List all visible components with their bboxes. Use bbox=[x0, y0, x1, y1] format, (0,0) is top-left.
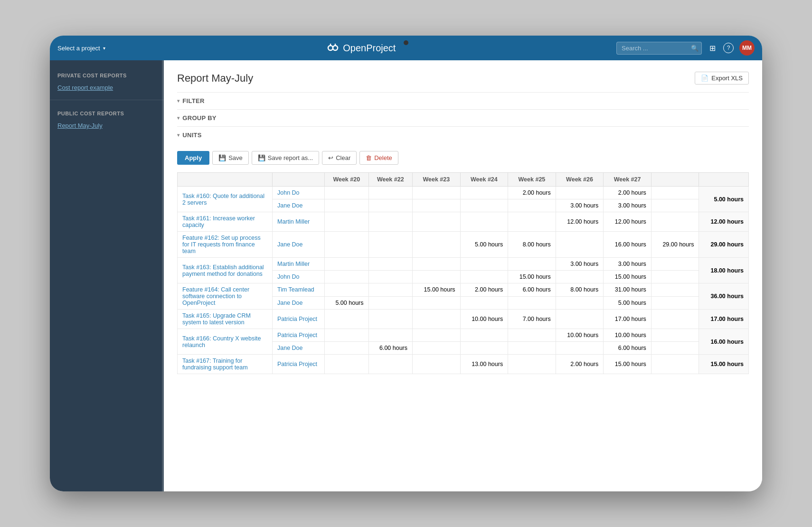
project-selector[interactable]: Select a project ▾ bbox=[57, 45, 105, 52]
task-166[interactable]: Task #166: Country X website relaunch bbox=[178, 329, 273, 355]
grid-icon[interactable]: ⊞ bbox=[708, 42, 718, 55]
table-row: Task #167: Training for fundraising supp… bbox=[178, 355, 749, 374]
export-xls-button[interactable]: 📄 Export XLS bbox=[695, 72, 749, 85]
person-patricia-project-3[interactable]: Patricia Project bbox=[273, 355, 325, 374]
page-title: Report May-July bbox=[177, 72, 253, 85]
user-avatar[interactable]: MM bbox=[739, 40, 755, 56]
person-jane-doe-1[interactable]: Jane Doe bbox=[273, 199, 325, 212]
report-table: Week #20 Week #22 Week #23 Week #24 Week… bbox=[177, 172, 749, 374]
person-tim-teamlead[interactable]: Tim Teamlead bbox=[273, 283, 325, 297]
delete-icon: 🗑 bbox=[366, 154, 372, 161]
export-label: Export XLS bbox=[711, 75, 743, 82]
col-w27: Week #27 bbox=[604, 173, 651, 187]
task-160[interactable]: Task #160: Quote for additional 2 server… bbox=[178, 187, 273, 212]
sidebar-divider bbox=[50, 100, 164, 100]
table-row: Task #160: Quote for additional 2 server… bbox=[178, 187, 749, 199]
logo-area: OpenProject bbox=[113, 41, 609, 55]
device-frame: Select a project ▾ OpenProject 🔍 ⊞ ? M bbox=[50, 36, 762, 491]
search-input[interactable] bbox=[622, 45, 688, 52]
content-area: Report May-July 📄 Export XLS ▾ FILTER ▾ … bbox=[164, 60, 762, 491]
group-by-label: GROUP BY bbox=[182, 114, 217, 122]
svg-point-0 bbox=[328, 46, 333, 50]
table-row: Task #163: Establish additional payment … bbox=[178, 258, 749, 271]
delete-label: Delete bbox=[374, 154, 392, 161]
save-label: Save bbox=[228, 154, 243, 161]
person-jane-doe-2[interactable]: Jane Doe bbox=[273, 232, 325, 258]
delete-button[interactable]: 🗑 Delete bbox=[359, 151, 398, 165]
col-w23: Week #23 bbox=[413, 173, 461, 187]
person-john-do-2[interactable]: John Do bbox=[273, 271, 325, 283]
save-button[interactable]: 💾 Save bbox=[212, 151, 249, 165]
col-task bbox=[178, 173, 273, 187]
person-martin-miller-2[interactable]: Martin Miller bbox=[273, 258, 325, 271]
person-jane-doe-3[interactable]: Jane Doe bbox=[273, 296, 325, 310]
sidebar: PRIVATE COST REPORTS Cost report example… bbox=[50, 60, 164, 491]
clear-button[interactable]: ↩ Clear bbox=[322, 151, 357, 165]
col-subtotal bbox=[651, 173, 699, 187]
camera-dot bbox=[404, 40, 408, 45]
save-report-as-label: Save report as... bbox=[268, 154, 313, 161]
public-section-title: PUBLIC COST REPORTS bbox=[50, 106, 164, 119]
units-header[interactable]: ▾ UNITS bbox=[177, 132, 749, 139]
apply-button[interactable]: Apply bbox=[177, 151, 209, 165]
logo-icon bbox=[326, 41, 339, 55]
task-163[interactable]: Task #163: Establish additional payment … bbox=[178, 258, 273, 283]
col-w20: Week #20 bbox=[325, 173, 369, 187]
topbar: Select a project ▾ OpenProject 🔍 ⊞ ? M bbox=[50, 36, 762, 60]
task-162[interactable]: Feature #162: Set up process for IT requ… bbox=[178, 232, 273, 258]
person-patricia-project-2[interactable]: Patricia Project bbox=[273, 329, 325, 342]
table-row: Feature #164: Call center software conne… bbox=[178, 283, 749, 297]
project-selector-label: Select a project bbox=[57, 45, 100, 52]
app-name: OpenProject bbox=[343, 43, 396, 54]
app-logo: OpenProject bbox=[326, 41, 396, 55]
search-box[interactable]: 🔍 bbox=[616, 42, 702, 55]
table-row: Task #165: Upgrade CRM system to latest … bbox=[178, 310, 749, 329]
task-167[interactable]: Task #167: Training for fundraising supp… bbox=[178, 355, 273, 374]
col-w25: Week #25 bbox=[508, 173, 556, 187]
col-person bbox=[273, 173, 325, 187]
save-icon: 💾 bbox=[218, 154, 226, 161]
task-161[interactable]: Task #161: Increase worker capacity bbox=[178, 212, 273, 232]
filter-header[interactable]: ▾ FILTER bbox=[177, 97, 749, 104]
filter-label: FILTER bbox=[182, 97, 204, 104]
units-label: UNITS bbox=[182, 132, 202, 139]
clear-label: Clear bbox=[336, 154, 350, 161]
svg-point-1 bbox=[333, 46, 338, 50]
group-by-arrow-icon: ▾ bbox=[177, 115, 179, 121]
units-section: ▾ UNITS bbox=[177, 126, 749, 143]
filter-section: ▾ FILTER bbox=[177, 92, 749, 109]
page-header: Report May-July 📄 Export XLS bbox=[177, 72, 749, 85]
save-as-icon: 💾 bbox=[258, 154, 265, 161]
toolbar: Apply 💾 Save 💾 Save report as... ↩ Clear… bbox=[177, 151, 749, 165]
col-total bbox=[699, 173, 749, 187]
task-164[interactable]: Feature #164: Call center software conne… bbox=[178, 283, 273, 310]
topbar-right: 🔍 ⊞ ? MM bbox=[616, 40, 755, 56]
search-icon: 🔍 bbox=[691, 45, 699, 52]
table-row: Feature #162: Set up process for IT requ… bbox=[178, 232, 749, 258]
task-165[interactable]: Task #165: Upgrade CRM system to latest … bbox=[178, 310, 273, 329]
sidebar-item-report-may-july[interactable]: Report May-July bbox=[50, 119, 164, 132]
table-row: Task #166: Country X website relaunch Pa… bbox=[178, 329, 749, 342]
table-row: Task #161: Increase worker capacity Mart… bbox=[178, 212, 749, 232]
main-layout: PRIVATE COST REPORTS Cost report example… bbox=[50, 60, 762, 491]
person-martin-miller-1[interactable]: Martin Miller bbox=[273, 212, 325, 232]
person-jane-doe-4[interactable]: Jane Doe bbox=[273, 342, 325, 355]
sidebar-resizer[interactable] bbox=[162, 60, 164, 491]
col-w26: Week #26 bbox=[556, 173, 604, 187]
save-report-as-button[interactable]: 💾 Save report as... bbox=[252, 151, 319, 165]
sidebar-item-cost-report-example[interactable]: Cost report example bbox=[50, 81, 164, 94]
col-w24: Week #24 bbox=[460, 173, 508, 187]
person-patricia-project-1[interactable]: Patricia Project bbox=[273, 310, 325, 329]
file-icon: 📄 bbox=[701, 75, 708, 82]
person-john-do-1[interactable]: John Do bbox=[273, 187, 325, 199]
group-by-section: ▾ GROUP BY bbox=[177, 109, 749, 126]
group-by-header[interactable]: ▾ GROUP BY bbox=[177, 114, 749, 122]
private-section-title: PRIVATE COST REPORTS bbox=[50, 68, 164, 81]
col-w22: Week #22 bbox=[368, 173, 413, 187]
chevron-down-icon: ▾ bbox=[103, 46, 105, 51]
units-arrow-icon: ▾ bbox=[177, 132, 179, 138]
filter-arrow-icon: ▾ bbox=[177, 98, 179, 104]
help-icon[interactable]: ? bbox=[723, 43, 734, 53]
clear-icon: ↩ bbox=[328, 154, 333, 161]
